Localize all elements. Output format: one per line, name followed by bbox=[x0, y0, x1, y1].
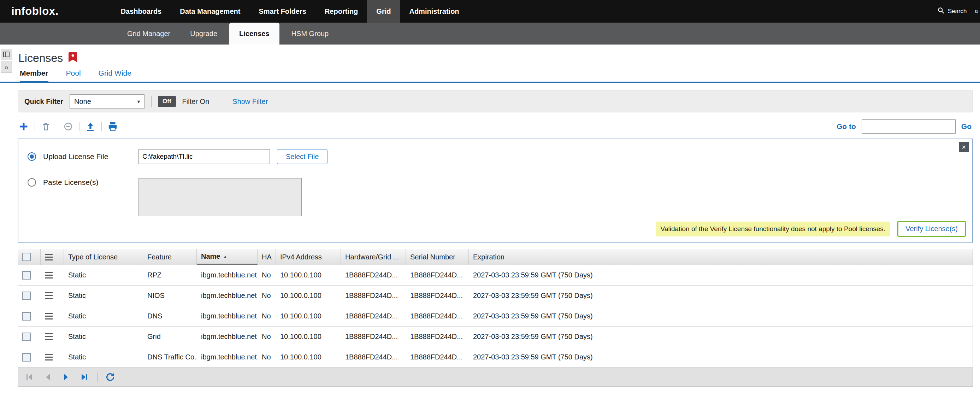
upload-license-radio[interactable] bbox=[27, 152, 36, 161]
bookmark-flag-icon[interactable] bbox=[68, 52, 77, 64]
finder-panel-icon[interactable] bbox=[1, 49, 12, 60]
quick-filter-dropdown[interactable]: None ▾ bbox=[70, 94, 145, 108]
delete-trash-icon[interactable] bbox=[40, 121, 52, 132]
cell-ha: No bbox=[258, 333, 276, 341]
quick-filter-label: Quick Filter bbox=[24, 97, 63, 106]
row-menu-icon[interactable] bbox=[45, 313, 64, 320]
header-name-sorted[interactable]: Name ▲ bbox=[197, 249, 258, 265]
subtab-hsm-group[interactable]: HSM Group bbox=[282, 22, 339, 45]
paste-license-radio[interactable] bbox=[27, 178, 36, 186]
cell-type: Static bbox=[64, 353, 143, 361]
subtab-upgrade[interactable]: Upgrade bbox=[180, 22, 227, 45]
divider bbox=[97, 372, 97, 382]
cell-serial: 1B888FD244D... bbox=[406, 353, 469, 361]
last-page-icon[interactable] bbox=[79, 371, 90, 383]
top-menu-reporting[interactable]: Reporting bbox=[315, 0, 367, 22]
select-file-button[interactable]: Select File bbox=[277, 149, 328, 164]
upload-icon[interactable] bbox=[84, 121, 97, 132]
cell-type: Static bbox=[64, 333, 143, 341]
next-page-icon[interactable] bbox=[60, 371, 72, 383]
cell-ha: No bbox=[258, 291, 276, 300]
row-checkbox[interactable] bbox=[22, 312, 31, 321]
top-menu-data-management[interactable]: Data Management bbox=[171, 0, 250, 22]
filter-toggle-button[interactable]: Off bbox=[158, 96, 176, 107]
header-ipv4-address[interactable]: IPv4 Address bbox=[276, 249, 341, 265]
top-menu-administration[interactable]: Administration bbox=[400, 0, 468, 22]
cell-hardware: 1B888FD244D... bbox=[341, 271, 406, 279]
subtab-licenses[interactable]: Licenses bbox=[229, 22, 280, 45]
user-label[interactable]: a bbox=[975, 8, 978, 15]
table-row[interactable]: Static RPZ ibgm.techblue.net No 10.100.0… bbox=[18, 265, 973, 286]
page-title: Licenses bbox=[18, 52, 63, 65]
tab-pool[interactable]: Pool bbox=[66, 69, 81, 83]
select-all-checkbox[interactable] bbox=[22, 253, 31, 261]
cell-ha: No bbox=[258, 312, 276, 320]
print-icon[interactable] bbox=[107, 121, 119, 132]
close-icon[interactable]: × bbox=[959, 142, 969, 152]
license-file-path-input[interactable] bbox=[138, 149, 270, 164]
row-menu-icon[interactable] bbox=[45, 292, 64, 299]
row-checkbox[interactable] bbox=[22, 353, 31, 361]
expand-panel-icon[interactable]: » bbox=[1, 62, 12, 73]
row-menu-cell bbox=[41, 313, 64, 320]
row-menu-icon[interactable] bbox=[45, 333, 64, 340]
cell-hardware: 1B888FD244D... bbox=[341, 312, 406, 320]
disable-icon[interactable] bbox=[62, 121, 74, 132]
subtab-grid-manager[interactable]: Grid Manager bbox=[117, 22, 180, 45]
header-serial-number[interactable]: Serial Number bbox=[406, 249, 469, 265]
show-filter-link[interactable]: Show Filter bbox=[232, 97, 268, 106]
cell-hardware: 1B888FD244D... bbox=[341, 333, 406, 341]
row-menu-icon[interactable] bbox=[45, 354, 64, 361]
table-row[interactable]: Static NIOS ibgm.techblue.net No 10.100.… bbox=[18, 286, 973, 306]
first-page-icon[interactable] bbox=[24, 371, 35, 383]
paste-license-textarea[interactable] bbox=[138, 178, 302, 216]
row-checkbox[interactable] bbox=[22, 333, 31, 341]
row-menu-icon[interactable] bbox=[45, 272, 64, 278]
top-nav-bar: infoblox. Dashboards Data Management Sma… bbox=[0, 0, 980, 22]
refresh-icon[interactable] bbox=[105, 371, 116, 383]
header-type-of-license[interactable]: Type of License bbox=[64, 249, 143, 265]
sort-asc-icon: ▲ bbox=[223, 254, 227, 259]
search-icon[interactable] bbox=[937, 7, 945, 16]
top-menu-smart-folders[interactable]: Smart Folders bbox=[250, 0, 315, 22]
row-menu-icon[interactable] bbox=[45, 254, 52, 261]
paste-license-radio-label: Paste License(s) bbox=[43, 178, 131, 186]
row-menu-cell bbox=[41, 272, 64, 278]
goto-input[interactable] bbox=[862, 119, 956, 134]
licenses-table: Type of License Feature Name ▲ HA IPv4 A… bbox=[18, 249, 973, 368]
previous-page-icon[interactable] bbox=[42, 371, 53, 383]
header-hardware-grid[interactable]: Hardware/Grid ... bbox=[341, 249, 406, 265]
header-select-all bbox=[18, 249, 41, 265]
cell-feature: RPZ bbox=[143, 271, 197, 279]
row-select-cell bbox=[18, 333, 41, 341]
cell-feature: DNS bbox=[143, 312, 197, 320]
top-menu: Dashboards Data Management Smart Folders… bbox=[111, 0, 468, 22]
table-row[interactable]: Static Grid ibgm.techblue.net No 10.100.… bbox=[18, 326, 973, 347]
top-menu-dashboards[interactable]: Dashboards bbox=[111, 0, 171, 22]
cell-feature: DNS Traffic Co... bbox=[143, 353, 197, 361]
row-checkbox[interactable] bbox=[22, 271, 31, 280]
table-row[interactable]: Static DNS Traffic Co... ibgm.techblue.n… bbox=[18, 347, 973, 368]
cell-ipv4: 10.100.0.100 bbox=[276, 333, 341, 341]
header-feature[interactable]: Feature bbox=[143, 249, 197, 265]
search-label[interactable]: Search bbox=[948, 8, 967, 15]
table-header-row: Type of License Feature Name ▲ HA IPv4 A… bbox=[18, 249, 973, 265]
go-button[interactable]: Go bbox=[961, 122, 972, 131]
row-menu-cell bbox=[41, 292, 64, 299]
top-menu-grid[interactable]: Grid bbox=[367, 0, 400, 22]
row-select-cell bbox=[18, 291, 41, 300]
goto-label: Go to bbox=[837, 122, 856, 131]
add-icon[interactable] bbox=[18, 121, 30, 132]
cell-expiration: 2027-03-03 23:59:59 GMT (750 Days) bbox=[469, 271, 972, 279]
header-ha[interactable]: HA bbox=[258, 249, 276, 265]
upload-file-row: Upload License File Select File bbox=[18, 139, 972, 164]
row-select-cell bbox=[18, 271, 41, 280]
verify-license-button[interactable]: Verify License(s) bbox=[897, 221, 966, 237]
row-checkbox[interactable] bbox=[22, 291, 31, 300]
tab-member[interactable]: Member bbox=[20, 69, 48, 83]
tab-grid-wide[interactable]: Grid Wide bbox=[99, 69, 131, 83]
chevron-down-icon: ▾ bbox=[133, 95, 144, 108]
cell-name: ibgm.techblue.net bbox=[197, 312, 258, 320]
table-row[interactable]: Static DNS ibgm.techblue.net No 10.100.0… bbox=[18, 306, 973, 326]
header-expiration[interactable]: Expiration bbox=[469, 249, 972, 265]
